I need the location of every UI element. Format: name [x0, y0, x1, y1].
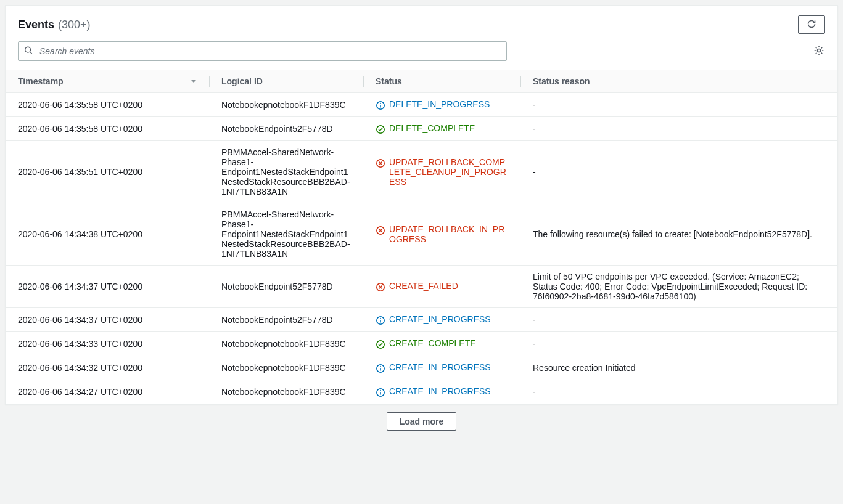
cell-timestamp: 2020-06-06 14:35:58 UTC+0200 [6, 93, 209, 117]
cell-status: CREATE_FAILED [363, 266, 520, 308]
col-header-label: Timestamp [18, 76, 64, 86]
table-header-row: Timestamp Logical ID Status Status reaso… [6, 70, 837, 93]
info-status-icon [376, 315, 385, 325]
cell-logical-id: NotebookepnotebookF1DF839C [209, 93, 363, 117]
cell-timestamp: 2020-06-06 14:34:27 UTC+0200 [6, 380, 209, 404]
status-text: DELETE_IN_PROGRESS [389, 99, 490, 109]
events-panel: Events (300+) [5, 5, 838, 405]
refresh-button[interactable] [798, 15, 825, 34]
table-row: 2020-06-06 14:34:37 UTC+0200NotebookEndp… [6, 266, 837, 308]
table-row: 2020-06-06 14:34:38 UTC+0200PBMMAccel-Sh… [6, 203, 837, 266]
status-text: CREATE_IN_PROGRESS [389, 314, 491, 324]
svg-point-1 [818, 49, 821, 52]
cell-logical-id: NotebookEndpoint52F5778D [209, 266, 363, 308]
cell-timestamp: 2020-06-06 14:35:58 UTC+0200 [6, 117, 209, 141]
cell-status: UPDATE_ROLLBACK_IN_PROGRESS [363, 203, 520, 266]
status-text: UPDATE_ROLLBACK_IN_PROGRESS [389, 224, 508, 244]
info-status-icon [376, 388, 385, 397]
svg-point-15 [380, 366, 381, 367]
col-header-status[interactable]: Status [363, 70, 520, 93]
cell-logical-id: NotebookepnotebookF1DF839C [209, 380, 363, 404]
cell-logical-id: NotebookEndpoint52F5778D [209, 308, 363, 332]
table-row: 2020-06-06 14:34:32 UTC+0200Notebookepno… [6, 356, 837, 380]
gear-icon [813, 45, 824, 58]
cell-logical-id: PBMMAccel-SharedNetwork-Phase1-Endpoint1… [209, 141, 363, 203]
cell-status-reason: - [520, 308, 837, 332]
status-text: CREATE_IN_PROGRESS [389, 386, 491, 396]
panel-header: Events (300+) [6, 6, 837, 41]
search-icon [24, 46, 33, 57]
cell-logical-id: NotebookepnotebookF1DF839C [209, 356, 363, 380]
error-status-icon [376, 158, 385, 168]
svg-point-4 [380, 103, 381, 104]
cell-status-reason: Limit of 50 VPC endpoints per VPC exceed… [520, 266, 837, 308]
table-row: 2020-06-06 14:34:37 UTC+0200NotebookEndp… [6, 308, 837, 332]
cell-logical-id: PBMMAccel-SharedNetwork-Phase1-Endpoint1… [209, 203, 363, 266]
cell-status: DELETE_IN_PROGRESS [363, 93, 520, 117]
svg-point-11 [380, 318, 381, 319]
panel-title: Events [18, 18, 54, 31]
cell-status-reason: - [520, 117, 837, 141]
status-text: CREATE_FAILED [389, 281, 458, 291]
cell-timestamp: 2020-06-06 14:34:32 UTC+0200 [6, 356, 209, 380]
load-more-button[interactable]: Load more [387, 412, 457, 431]
cell-status: CREATE_IN_PROGRESS [363, 356, 520, 380]
cell-timestamp: 2020-06-06 14:34:37 UTC+0200 [6, 308, 209, 332]
error-status-icon [376, 226, 385, 235]
table-row: 2020-06-06 14:34:27 UTC+0200Notebookepno… [6, 380, 837, 404]
cell-status: CREATE_COMPLETE [363, 332, 520, 356]
refresh-icon [807, 19, 816, 31]
cell-status: CREATE_IN_PROGRESS [363, 380, 520, 404]
cell-status: CREATE_IN_PROGRESS [363, 308, 520, 332]
col-header-status-reason[interactable]: Status reason [520, 70, 837, 93]
events-count: (300+) [58, 18, 91, 31]
table-row: 2020-06-06 14:35:51 UTC+0200PBMMAccel-Sh… [6, 141, 837, 203]
status-text: CREATE_COMPLETE [389, 338, 476, 348]
info-status-icon [376, 100, 385, 110]
table-row: 2020-06-06 14:35:58 UTC+0200NotebookEndp… [6, 117, 837, 141]
search-row [6, 41, 837, 70]
search-wrap [18, 41, 507, 61]
col-header-timestamp[interactable]: Timestamp [6, 70, 209, 93]
settings-button[interactable] [813, 45, 825, 57]
cell-logical-id: NotebookEndpoint52F5778D [209, 117, 363, 141]
cell-status-reason: - [520, 332, 837, 356]
cell-timestamp: 2020-06-06 14:35:51 UTC+0200 [6, 141, 209, 203]
col-header-label: Logical ID [221, 76, 263, 86]
search-input[interactable] [18, 41, 507, 61]
table-row: 2020-06-06 14:35:58 UTC+0200Notebookepno… [6, 93, 837, 117]
cell-status-reason: - [520, 141, 837, 203]
status-text: CREATE_IN_PROGRESS [389, 362, 491, 372]
status-text: DELETE_COMPLETE [389, 123, 475, 133]
svg-point-18 [380, 390, 381, 391]
info-status-icon [376, 364, 385, 373]
table-row: 2020-06-06 14:34:33 UTC+0200Notebookepno… [6, 332, 837, 356]
cell-status-reason: Resource creation Initiated [520, 356, 837, 380]
footer: Load more [5, 405, 838, 433]
title-row: Events (300+) [18, 18, 91, 31]
cell-logical-id: NotebookepnotebookF1DF839C [209, 332, 363, 356]
cell-status-reason: - [520, 380, 837, 404]
error-status-icon [376, 282, 385, 292]
success-status-icon [376, 124, 385, 134]
cell-status-reason: The following resource(s) failed to crea… [520, 203, 837, 266]
cell-timestamp: 2020-06-06 14:34:33 UTC+0200 [6, 332, 209, 356]
svg-point-0 [25, 47, 31, 52]
cell-timestamp: 2020-06-06 14:34:38 UTC+0200 [6, 203, 209, 266]
success-status-icon [376, 339, 385, 349]
col-header-logical-id[interactable]: Logical ID [209, 70, 363, 93]
cell-status-reason: - [520, 93, 837, 117]
events-table: Timestamp Logical ID Status Status reaso… [6, 70, 837, 404]
cell-status: DELETE_COMPLETE [363, 117, 520, 141]
sort-desc-icon [191, 76, 197, 86]
cell-timestamp: 2020-06-06 14:34:37 UTC+0200 [6, 266, 209, 308]
status-text: UPDATE_ROLLBACK_COMPLETE_CLEANUP_IN_PROG… [389, 157, 508, 187]
col-header-label: Status reason [533, 76, 590, 86]
col-header-label: Status [376, 76, 402, 86]
cell-status: UPDATE_ROLLBACK_COMPLETE_CLEANUP_IN_PROG… [363, 141, 520, 203]
